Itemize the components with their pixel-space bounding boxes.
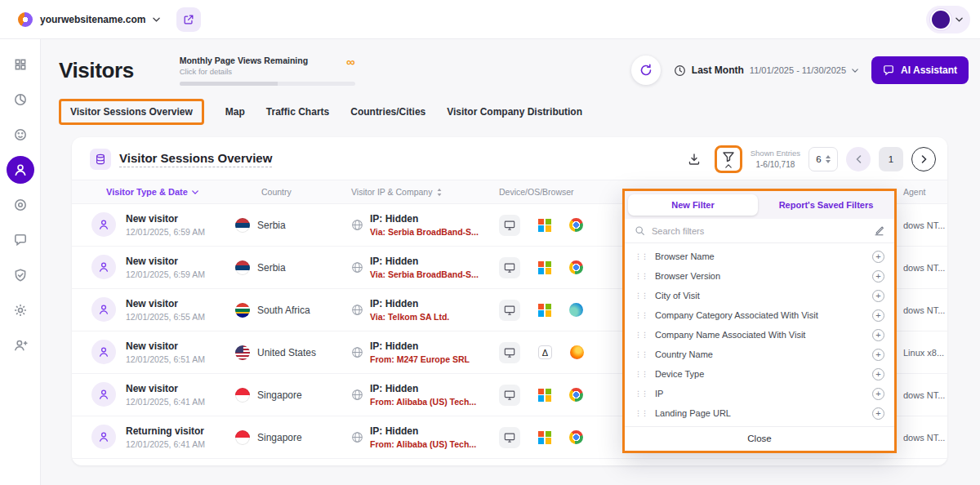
add-filter-icon[interactable] [872,388,884,400]
tab-countries-cities[interactable]: Countries/Cities [350,106,425,118]
gear-icon [13,303,28,318]
quota-details-link[interactable]: Click for details [180,67,308,76]
tab-visitor-sessions-overview[interactable]: Visitor Sessions Overview [59,99,204,125]
website-selector[interactable]: yourwebsitename.com [10,7,168,32]
column-header-device[interactable]: Device/OS/Browser [492,187,639,197]
visitor-type: New visitor [126,382,205,395]
visitor-ip: IP: Hidden [370,340,470,354]
filter-item-label: Browser Name [655,251,865,261]
topbar: yourwebsitename.com [0,0,980,39]
flag-serbia-icon [235,260,250,275]
drag-handle-icon[interactable] [635,273,648,280]
drag-handle-icon[interactable] [635,390,648,398]
globe-icon [351,261,363,274]
sidebar-item-feedback[interactable] [7,226,34,254]
sidebar-item-account[interactable] [7,331,34,359]
date-range-picker[interactable]: Last Month 11/01/2025 - 11/30/2025 [674,65,858,77]
sidebar-item-statistics[interactable] [7,86,34,113]
pie-chart-icon [13,92,28,107]
sidebar-item-behavior[interactable] [7,121,34,149]
column-header-visitor-type[interactable]: Visitor Type & Date [72,187,219,197]
windows-os-icon [538,304,551,317]
page-header: Visitors Monthly Page Views Remaining Cl… [59,51,969,90]
add-filter-icon[interactable] [872,407,884,420]
visitor-ip: IP: Hidden [370,425,476,438]
tab-saved-filters[interactable]: Report's Saved Filters [761,194,891,216]
filter-item-city-of-visit[interactable]: City of Visit [625,286,894,305]
flag-serbia-icon [235,218,250,233]
country-name: Singapore [257,432,302,443]
filter-item-label: Device Type [655,369,865,379]
filter-item-browser-name[interactable]: Browser Name [625,247,894,266]
add-filter-icon[interactable] [872,349,884,361]
filter-item-company-name[interactable]: Company Name Associated With Visit [625,325,894,345]
close-filter-panel-button[interactable]: Close [625,426,894,451]
filter-item-ip[interactable]: IP [625,384,894,403]
funnel-icon [722,150,735,163]
visitor-company[interactable]: From: Alibaba (US) Tech... [370,438,476,451]
chevron-right-icon [921,155,927,163]
tab-map[interactable]: Map [225,106,245,118]
visitor-company[interactable]: From: M247 Europe SRL [370,354,470,366]
user-plus-icon [13,338,28,353]
quota-progress-bar [180,82,355,86]
visitor-avatar [91,340,116,364]
drag-handle-icon[interactable] [635,312,648,319]
target-icon [13,198,28,212]
drag-handle-icon[interactable] [635,292,648,300]
download-button[interactable] [682,147,706,171]
sidebar-item-campaigns[interactable] [7,191,34,219]
globe-icon [351,431,363,443]
column-header-country[interactable]: Country [219,187,333,197]
sidebar-item-settings[interactable] [7,296,34,324]
sidebar-item-visitors[interactable] [7,156,34,184]
sidebar-item-dashboard[interactable] [7,51,34,78]
search-icon [635,225,645,236]
add-filter-icon[interactable] [872,309,884,322]
column-header-label: Agent [903,187,925,197]
add-filter-icon[interactable] [872,251,884,263]
ai-assistant-button[interactable]: AI Assistant [871,56,969,84]
filter-item-country-name[interactable]: Country Name [625,345,894,364]
filter-item-device-type[interactable]: Device Type [625,364,894,384]
flag-south-africa-icon [235,303,250,318]
previous-page-button[interactable] [846,147,871,171]
add-filter-icon[interactable] [872,368,884,380]
clock-icon [674,65,686,77]
refresh-button[interactable] [631,56,661,85]
visitor-company[interactable]: Via: Serbia BroadBand-S... [370,226,479,238]
next-page-button[interactable] [911,147,936,171]
drag-handle-icon[interactable] [635,331,648,339]
drag-handle-icon[interactable] [635,253,648,260]
tab-traffic-charts[interactable]: Traffic Charts [266,106,329,118]
add-filter-icon[interactable] [872,290,884,302]
tab-visitor-company-distribution[interactable]: Visitor Company Distribution [447,106,582,118]
desktop-device-icon [499,257,520,278]
person-icon [97,430,110,443]
add-filter-icon[interactable] [872,270,884,283]
visitor-company[interactable]: Via: Telkom SA Ltd. [370,311,449,323]
drag-handle-icon[interactable] [635,410,648,417]
visitor-company[interactable]: From: Alibaba (US) Tech... [370,396,476,408]
sidebar-item-privacy[interactable] [7,261,34,289]
user-agent: dows NT... [903,390,945,400]
filter-item-landing-page-url[interactable]: Landing Page URL [625,403,894,423]
filter-item-label: Landing Page URL [655,408,865,418]
tab-new-filter[interactable]: New Filter [628,194,758,216]
ai-assistant-label: AI Assistant [901,65,957,76]
visitor-type: New visitor [126,212,205,225]
drag-handle-icon[interactable] [635,371,648,378]
visitor-company[interactable]: Via: Serbia BroadBand-S... [370,269,479,281]
filter-button[interactable] [722,150,735,168]
filter-item-browser-version[interactable]: Browser Version [625,266,894,286]
clear-search-button[interactable] [874,225,884,236]
user-menu[interactable] [926,6,970,33]
user-agent: dows NT... [903,263,945,273]
page-size-select[interactable]: 6 [808,147,838,171]
add-filter-icon[interactable] [872,329,884,341]
filter-item-company-category[interactable]: Company Category Associated With Visit [625,305,894,325]
open-website-button[interactable] [176,7,201,32]
search-filters-input[interactable] [652,226,867,236]
drag-handle-icon[interactable] [635,351,648,358]
column-header-ip-company[interactable]: Visitor IP & Company [333,187,492,197]
